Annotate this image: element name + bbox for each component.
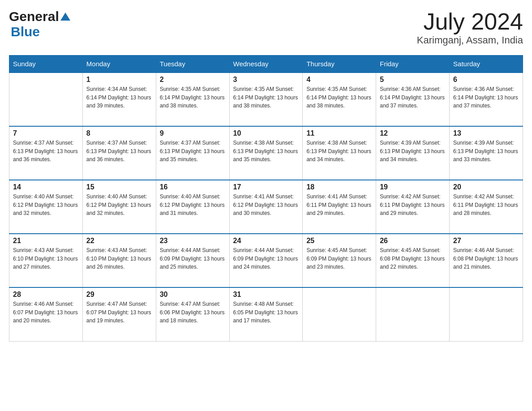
- calendar-cell: 26Sunrise: 4:45 AM Sunset: 6:08 PM Dayli…: [376, 234, 450, 287]
- header-day-sunday: Sunday: [9, 56, 83, 73]
- calendar-cell: 8Sunrise: 4:37 AM Sunset: 6:13 PM Daylig…: [82, 126, 156, 180]
- calendar-cell: 10Sunrise: 4:38 AM Sunset: 6:13 PM Dayli…: [229, 126, 303, 180]
- day-detail: Sunrise: 4:38 AM Sunset: 6:13 PM Dayligh…: [306, 139, 372, 164]
- calendar-cell: 11Sunrise: 4:38 AM Sunset: 6:13 PM Dayli…: [303, 126, 376, 180]
- calendar-cell: 21Sunrise: 4:43 AM Sunset: 6:10 PM Dayli…: [9, 234, 83, 287]
- day-number: 18: [306, 183, 372, 191]
- header-day-saturday: Saturday: [450, 56, 523, 73]
- day-detail: Sunrise: 4:39 AM Sunset: 6:13 PM Dayligh…: [453, 139, 519, 164]
- day-detail: Sunrise: 4:47 AM Sunset: 6:07 PM Dayligh…: [86, 300, 152, 325]
- day-number: 19: [380, 183, 446, 191]
- calendar-cell: [450, 287, 523, 341]
- header-day-friday: Friday: [376, 56, 450, 73]
- day-detail: Sunrise: 4:46 AM Sunset: 6:07 PM Dayligh…: [13, 300, 79, 325]
- day-number: 25: [306, 237, 372, 245]
- day-number: 9: [160, 129, 226, 137]
- calendar-cell: [303, 287, 376, 341]
- day-detail: Sunrise: 4:40 AM Sunset: 6:12 PM Dayligh…: [160, 193, 226, 218]
- day-number: 20: [453, 183, 519, 191]
- calendar-week-3: 14Sunrise: 4:40 AM Sunset: 6:12 PM Dayli…: [9, 180, 523, 234]
- day-number: 10: [233, 129, 299, 137]
- day-detail: Sunrise: 4:36 AM Sunset: 6:14 PM Dayligh…: [453, 85, 519, 110]
- page-header: General Blue July 2024 Karimganj, Assam,…: [9, 9, 523, 46]
- calendar-cell: 30Sunrise: 4:47 AM Sunset: 6:06 PM Dayli…: [156, 287, 229, 341]
- day-number: 15: [86, 183, 152, 191]
- day-detail: Sunrise: 4:45 AM Sunset: 6:09 PM Dayligh…: [306, 246, 372, 271]
- calendar-cell: 28Sunrise: 4:46 AM Sunset: 6:07 PM Dayli…: [9, 287, 83, 341]
- day-number: 26: [380, 237, 446, 245]
- header-day-tuesday: Tuesday: [156, 56, 229, 73]
- day-number: 21: [13, 237, 79, 245]
- calendar-cell: 1Sunrise: 4:34 AM Sunset: 6:14 PM Daylig…: [82, 73, 156, 126]
- logo-general-text: General: [9, 9, 59, 24]
- calendar-cell: [376, 287, 450, 341]
- calendar-cell: 3Sunrise: 4:35 AM Sunset: 6:14 PM Daylig…: [229, 73, 303, 126]
- calendar-cell: 12Sunrise: 4:39 AM Sunset: 6:13 PM Dayli…: [376, 126, 450, 180]
- day-number: 24: [233, 237, 299, 245]
- day-number: 12: [380, 129, 446, 137]
- day-detail: Sunrise: 4:48 AM Sunset: 6:05 PM Dayligh…: [233, 300, 299, 325]
- calendar-body: 1Sunrise: 4:34 AM Sunset: 6:14 PM Daylig…: [9, 73, 523, 341]
- calendar-week-2: 7Sunrise: 4:37 AM Sunset: 6:13 PM Daylig…: [9, 126, 523, 180]
- calendar-cell: 14Sunrise: 4:40 AM Sunset: 6:12 PM Dayli…: [9, 180, 83, 234]
- calendar-cell: 22Sunrise: 4:43 AM Sunset: 6:10 PM Dayli…: [82, 234, 156, 287]
- logo: General Blue: [9, 9, 73, 39]
- day-number: 14: [13, 183, 79, 191]
- calendar-cell: 27Sunrise: 4:46 AM Sunset: 6:08 PM Dayli…: [450, 234, 523, 287]
- calendar-week-4: 21Sunrise: 4:43 AM Sunset: 6:10 PM Dayli…: [9, 234, 523, 287]
- calendar-cell: 4Sunrise: 4:35 AM Sunset: 6:14 PM Daylig…: [303, 73, 376, 126]
- calendar-cell: 13Sunrise: 4:39 AM Sunset: 6:13 PM Dayli…: [450, 126, 523, 180]
- calendar-table: SundayMondayTuesdayWednesdayThursdayFrid…: [9, 55, 523, 342]
- calendar-cell: [9, 73, 83, 126]
- day-number: 28: [13, 291, 79, 299]
- header-day-monday: Monday: [82, 56, 156, 73]
- logo-triangle-icon: [60, 12, 70, 21]
- day-number: 8: [86, 129, 152, 137]
- day-detail: Sunrise: 4:34 AM Sunset: 6:14 PM Dayligh…: [86, 85, 152, 110]
- day-number: 30: [160, 291, 226, 299]
- day-detail: Sunrise: 4:43 AM Sunset: 6:10 PM Dayligh…: [86, 246, 152, 271]
- calendar-cell: 29Sunrise: 4:47 AM Sunset: 6:07 PM Dayli…: [82, 287, 156, 341]
- title-block: July 2024 Karimganj, Assam, India: [417, 9, 523, 46]
- day-detail: Sunrise: 4:44 AM Sunset: 6:09 PM Dayligh…: [233, 246, 299, 271]
- page-subtitle: Karimganj, Assam, India: [417, 34, 523, 46]
- calendar-week-5: 28Sunrise: 4:46 AM Sunset: 6:07 PM Dayli…: [9, 287, 523, 341]
- calendar-cell: 18Sunrise: 4:41 AM Sunset: 6:11 PM Dayli…: [303, 180, 376, 234]
- calendar-cell: 7Sunrise: 4:37 AM Sunset: 6:13 PM Daylig…: [9, 126, 83, 180]
- day-number: 22: [86, 237, 152, 245]
- day-number: 27: [453, 237, 519, 245]
- day-number: 11: [306, 129, 372, 137]
- day-detail: Sunrise: 4:43 AM Sunset: 6:10 PM Dayligh…: [13, 246, 79, 271]
- day-detail: Sunrise: 4:37 AM Sunset: 6:13 PM Dayligh…: [13, 139, 79, 164]
- header-day-wednesday: Wednesday: [229, 56, 303, 73]
- day-detail: Sunrise: 4:35 AM Sunset: 6:14 PM Dayligh…: [306, 85, 372, 110]
- day-number: 17: [233, 183, 299, 191]
- day-number: 7: [13, 129, 79, 137]
- calendar-cell: 25Sunrise: 4:45 AM Sunset: 6:09 PM Dayli…: [303, 234, 376, 287]
- day-detail: Sunrise: 4:46 AM Sunset: 6:08 PM Dayligh…: [453, 246, 519, 271]
- day-number: 3: [233, 76, 299, 84]
- calendar-cell: 16Sunrise: 4:40 AM Sunset: 6:12 PM Dayli…: [156, 180, 229, 234]
- day-detail: Sunrise: 4:40 AM Sunset: 6:12 PM Dayligh…: [86, 193, 152, 218]
- header-row: SundayMondayTuesdayWednesdayThursdayFrid…: [9, 56, 523, 73]
- day-number: 16: [160, 183, 226, 191]
- day-detail: Sunrise: 4:41 AM Sunset: 6:12 PM Dayligh…: [233, 193, 299, 218]
- calendar-cell: 2Sunrise: 4:35 AM Sunset: 6:14 PM Daylig…: [156, 73, 229, 126]
- calendar-cell: 31Sunrise: 4:48 AM Sunset: 6:05 PM Dayli…: [229, 287, 303, 341]
- header-day-thursday: Thursday: [303, 56, 376, 73]
- day-detail: Sunrise: 4:40 AM Sunset: 6:12 PM Dayligh…: [13, 193, 79, 218]
- calendar-cell: 15Sunrise: 4:40 AM Sunset: 6:12 PM Dayli…: [82, 180, 156, 234]
- day-number: 23: [160, 237, 226, 245]
- day-detail: Sunrise: 4:35 AM Sunset: 6:14 PM Dayligh…: [160, 85, 226, 110]
- calendar-cell: 20Sunrise: 4:42 AM Sunset: 6:11 PM Dayli…: [450, 180, 523, 234]
- page-title: July 2024: [417, 9, 523, 34]
- day-detail: Sunrise: 4:39 AM Sunset: 6:13 PM Dayligh…: [380, 139, 446, 164]
- day-number: 29: [86, 291, 152, 299]
- day-detail: Sunrise: 4:38 AM Sunset: 6:13 PM Dayligh…: [233, 139, 299, 164]
- logo-blue-text: Blue: [11, 24, 40, 39]
- day-number: 4: [306, 76, 372, 84]
- day-detail: Sunrise: 4:36 AM Sunset: 6:14 PM Dayligh…: [380, 85, 446, 110]
- day-number: 1: [86, 76, 152, 84]
- day-number: 2: [160, 76, 226, 84]
- calendar-cell: 6Sunrise: 4:36 AM Sunset: 6:14 PM Daylig…: [450, 73, 523, 126]
